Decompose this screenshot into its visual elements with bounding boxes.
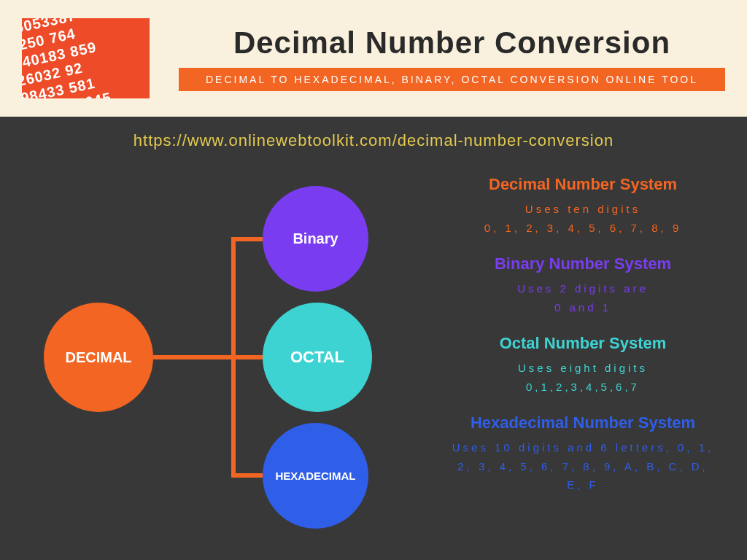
info-panel: Decimal Number System Uses ten digits 0,… bbox=[448, 175, 718, 512]
header: 76053387 0250 764 040183 859 26032 92 98… bbox=[0, 0, 747, 117]
binary-label: Binary bbox=[293, 230, 338, 247]
binary-circle: Binary bbox=[263, 186, 368, 292]
octal-circle: OCTAL bbox=[263, 303, 372, 412]
logo-numbers-image: 76053387 0250 764 040183 859 26032 92 98… bbox=[22, 18, 150, 98]
info-binary: Binary Number System Uses 2 digits are 0… bbox=[448, 254, 718, 316]
info-decimal-title: Decimal Number System bbox=[448, 175, 718, 194]
subtitle-bar: DECIMAL TO HEXADECIMAL, BINARY, OCTAL CO… bbox=[179, 68, 725, 91]
info-octal-title: Octal Number System bbox=[448, 334, 718, 353]
info-octal: Octal Number System Uses eight digits 0,… bbox=[448, 334, 718, 396]
content: https://www.onlinewebtoolkit.com/decimal… bbox=[0, 117, 747, 560]
info-decimal: Decimal Number System Uses ten digits 0,… bbox=[448, 175, 718, 237]
info-binary-body: Uses 2 digits are 0 and 1 bbox=[448, 279, 718, 316]
hex-label: HEXADECIMAL bbox=[275, 470, 355, 482]
info-binary-title: Binary Number System bbox=[448, 254, 718, 273]
info-octal-body: Uses eight digits 0,1,2,3,4,5,6,7 bbox=[448, 359, 718, 396]
page-title: Decimal Number Conversion bbox=[179, 26, 725, 61]
diagram: DECIMAL Binary OCTAL HEXADECIMAL bbox=[44, 160, 438, 560]
logo-digits: 76053387 0250 764 040183 859 26032 92 98… bbox=[22, 18, 113, 98]
url-text: https://www.onlinewebtoolkit.com/decimal… bbox=[22, 131, 725, 150]
info-hex: Hexadecimal Number System Uses 10 digits… bbox=[448, 413, 718, 494]
decimal-label: DECIMAL bbox=[65, 349, 131, 366]
octal-label: OCTAL bbox=[290, 348, 344, 367]
hex-circle: HEXADECIMAL bbox=[263, 423, 368, 529]
info-hex-title: Hexadecimal Number System bbox=[448, 413, 718, 432]
header-right: Decimal Number Conversion DECIMAL TO HEX… bbox=[179, 26, 725, 91]
decimal-circle: DECIMAL bbox=[44, 303, 153, 412]
info-decimal-body: Uses ten digits 0, 1, 2, 3, 4, 5, 6, 7, … bbox=[448, 200, 718, 237]
info-hex-body: Uses 10 digits and 6 letters, 0, 1, 2, 3… bbox=[448, 438, 718, 494]
